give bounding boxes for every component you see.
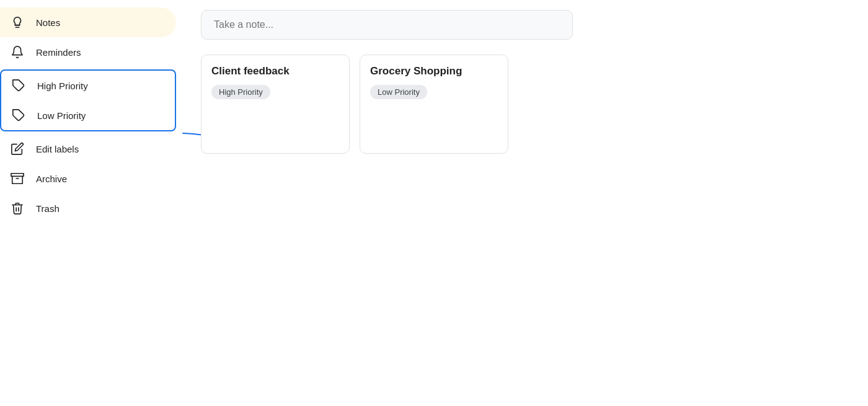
main-content: Client feedback High Priority Grocery Sh… xyxy=(186,0,868,406)
sidebar-item-notes[interactable]: Notes xyxy=(0,7,176,37)
note-label-high-priority: High Priority xyxy=(211,85,270,99)
bell-icon xyxy=(10,45,25,60)
sidebar-item-edit-labels-label: Edit labels xyxy=(36,144,79,154)
note-title-grocery-shopping: Grocery Shopping xyxy=(370,65,498,77)
sidebar-item-reminders-label: Reminders xyxy=(36,47,81,58)
note-card-client-feedback[interactable]: Client feedback High Priority xyxy=(201,55,350,154)
note-label-low-priority: Low Priority xyxy=(370,85,427,99)
trash-icon xyxy=(10,201,25,216)
label-low-priority-icon xyxy=(11,108,26,123)
sidebar-item-low-priority-label: Low Priority xyxy=(37,110,86,121)
pencil-icon xyxy=(10,141,25,156)
sidebar-item-reminders[interactable]: Reminders xyxy=(0,37,176,67)
label-group: High Priority Low Priority xyxy=(0,69,176,131)
svg-rect-0 xyxy=(11,174,24,177)
sidebar-item-high-priority-label: High Priority xyxy=(37,81,88,91)
note-card-grocery-shopping[interactable]: Grocery Shopping Low Priority xyxy=(360,55,508,154)
label-high-priority-icon xyxy=(11,78,26,93)
search-input[interactable] xyxy=(201,10,573,40)
sidebar-item-trash-label: Trash xyxy=(36,203,60,214)
archive-icon xyxy=(10,171,25,186)
sidebar-item-high-priority[interactable]: High Priority xyxy=(1,71,175,100)
notes-grid: Client feedback High Priority Grocery Sh… xyxy=(201,55,853,169)
sidebar: Notes Reminders High Priority xyxy=(0,0,186,406)
sidebar-item-notes-label: Notes xyxy=(36,17,60,28)
sidebar-item-archive[interactable]: Archive xyxy=(0,164,176,193)
sidebar-item-edit-labels[interactable]: Edit labels xyxy=(0,134,176,164)
sidebar-item-archive-label: Archive xyxy=(36,174,67,184)
sidebar-item-trash[interactable]: Trash xyxy=(0,193,176,223)
sidebar-item-low-priority[interactable]: Low Priority xyxy=(1,100,175,130)
note-title-client-feedback: Client feedback xyxy=(211,65,339,77)
lightbulb-icon xyxy=(10,15,25,30)
